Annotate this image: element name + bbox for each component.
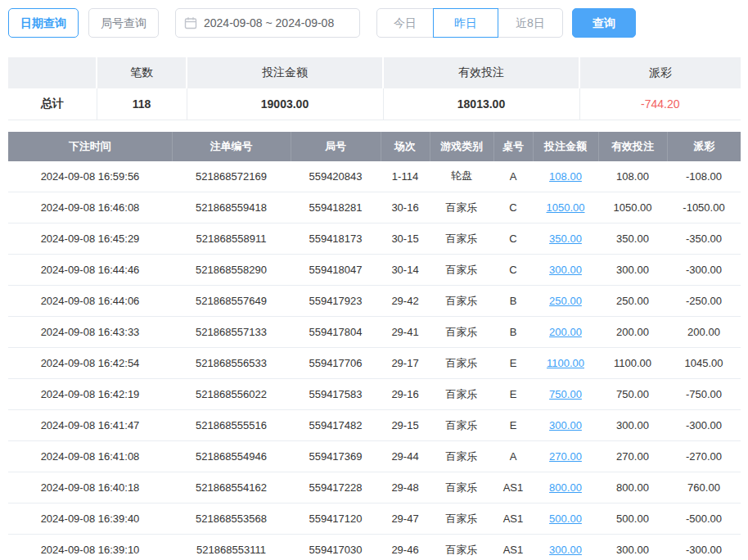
bet-amount-link[interactable]: 1050.00 (547, 201, 585, 214)
round-query-button[interactable]: 局号查询 (88, 8, 159, 38)
cell-table-no: E (493, 410, 533, 441)
cell-session: 29-16 (381, 379, 430, 410)
cell-order-no: 521868554162 (172, 472, 291, 504)
cell-payout: -350.00 (667, 224, 741, 255)
cell-game: 百家乐 (430, 224, 493, 255)
bet-amount-link[interactable]: 350.00 (549, 233, 582, 245)
header-order-no: 注单编号 (172, 132, 291, 161)
yesterday-button[interactable]: 昨日 (433, 8, 498, 38)
cell-round-no: 559417583 (291, 379, 381, 410)
cell-payout: 760.00 (667, 472, 741, 504)
cell-order-no: 521868556022 (172, 379, 291, 410)
bet-amount-link[interactable]: 250.00 (549, 295, 582, 307)
summary-count-value: 118 (97, 88, 187, 120)
cell-bet: 350.00 (533, 224, 598, 255)
cell-game: 百家乐 (430, 441, 493, 472)
summary-bet-amount-value: 19003.00 (187, 88, 383, 120)
cell-game: 百家乐 (430, 504, 493, 535)
cell-valid: 300.00 (598, 255, 667, 286)
header-session: 场次 (381, 132, 430, 161)
bet-amount-link[interactable]: 1100.00 (547, 357, 584, 369)
cell-valid: 500.00 (598, 504, 667, 535)
cell-session: 29-41 (381, 317, 430, 348)
header-game-type: 游戏类别 (430, 132, 493, 161)
cell-table-no: C (493, 192, 533, 224)
cell-table-no: AS1 (493, 472, 533, 504)
cell-game: 百家乐 (430, 286, 493, 317)
cell-session: 29-47 (381, 504, 430, 535)
cell-time: 2024-09-08 16:40:18 (8, 472, 172, 504)
cell-session: 29-48 (381, 472, 430, 504)
cell-game: 百家乐 (430, 379, 493, 410)
cell-time: 2024-09-08 16:59:56 (8, 161, 172, 192)
header-valid-bet: 有效投注 (598, 132, 667, 161)
cell-table-no: E (493, 379, 533, 410)
cell-bet: 200.00 (533, 317, 598, 348)
cell-order-no: 521868555516 (172, 410, 291, 441)
cell-session: 30-16 (381, 192, 430, 224)
bet-amount-link[interactable]: 270.00 (549, 450, 582, 463)
cell-game: 百家乐 (430, 192, 493, 224)
date-range-input[interactable]: 2024-09-08 ~ 2024-09-08 (175, 8, 360, 38)
bet-records-table: 下注时间 注单编号 局号 场次 游戏类别 桌号 投注金额 有效投注 派彩 202… (8, 132, 741, 560)
date-range-value: 2024-09-08 ~ 2024-09-08 (204, 16, 334, 29)
today-button[interactable]: 今日 (376, 8, 434, 38)
cell-table-no: A (493, 161, 533, 192)
cell-valid: 350.00 (598, 224, 667, 255)
cell-time: 2024-09-08 16:43:33 (8, 317, 172, 348)
table-row: 2024-09-08 16:42:19521868556022559417583… (8, 379, 741, 410)
cell-payout: -270.00 (667, 441, 741, 472)
header-round-no: 局号 (291, 132, 381, 161)
table-row: 2024-09-08 16:41:47521868555516559417482… (8, 410, 741, 441)
cell-valid: 1050.00 (598, 192, 667, 224)
cell-time: 2024-09-08 16:39:10 (8, 535, 172, 560)
cell-table-no: E (493, 348, 533, 379)
cell-bet: 250.00 (533, 286, 598, 317)
bet-amount-link[interactable]: 500.00 (549, 513, 582, 525)
cell-time: 2024-09-08 16:42:54 (8, 348, 172, 379)
cell-bet: 108.00 (533, 161, 598, 192)
header-table-no: 桌号 (493, 132, 533, 161)
cell-time: 2024-09-08 16:42:19 (8, 379, 172, 410)
cell-order-no: 521868554946 (172, 441, 291, 472)
bet-amount-link[interactable]: 200.00 (549, 326, 582, 338)
summary-total-label: 总计 (8, 88, 97, 120)
cell-round-no: 559417030 (291, 535, 381, 560)
table-row: 2024-09-08 16:39:10521868553111559417030… (8, 535, 741, 560)
cell-order-no: 521868556533 (172, 348, 291, 379)
bet-amount-link[interactable]: 300.00 (549, 264, 582, 276)
cell-payout: -250.00 (667, 286, 741, 317)
summary-header-payout: 派彩 (579, 57, 741, 88)
header-bet-time: 下注时间 (8, 132, 172, 161)
cell-bet: 300.00 (533, 255, 598, 286)
cell-payout: 1045.00 (667, 348, 741, 379)
bet-amount-link[interactable]: 300.00 (549, 419, 582, 431)
calendar-icon (184, 16, 197, 29)
cell-valid: 1100.00 (598, 348, 667, 379)
cell-game: 百家乐 (430, 472, 493, 504)
summary-header-blank (8, 57, 97, 88)
cell-table-no: AS1 (493, 535, 533, 560)
date-query-button[interactable]: 日期查询 (8, 8, 79, 38)
summary-header-bet-amount: 投注金额 (187, 57, 383, 88)
cell-session: 29-17 (381, 348, 430, 379)
cell-payout: -108.00 (667, 161, 741, 192)
search-button[interactable]: 查询 (572, 8, 636, 38)
bet-amount-link[interactable]: 750.00 (549, 388, 582, 400)
cell-valid: 300.00 (598, 410, 667, 441)
last-8-days-button[interactable]: 近8日 (498, 8, 563, 38)
cell-bet: 750.00 (533, 379, 598, 410)
cell-order-no: 521868558911 (172, 224, 291, 255)
cell-order-no: 521868559418 (172, 192, 291, 224)
cell-session: 30-14 (381, 255, 430, 286)
bet-amount-link[interactable]: 300.00 (549, 544, 582, 556)
cell-bet: 300.00 (533, 410, 598, 441)
cell-valid: 200.00 (598, 317, 667, 348)
bet-amount-link[interactable]: 108.00 (549, 170, 582, 183)
summary-header-row: 笔数 投注金额 有效投注 派彩 (8, 57, 741, 88)
cell-valid: 270.00 (598, 441, 667, 472)
cell-valid: 250.00 (598, 286, 667, 317)
bet-amount-link[interactable]: 800.00 (549, 481, 582, 494)
cell-time: 2024-09-08 16:39:40 (8, 504, 172, 535)
cell-order-no: 521868553111 (172, 535, 291, 560)
